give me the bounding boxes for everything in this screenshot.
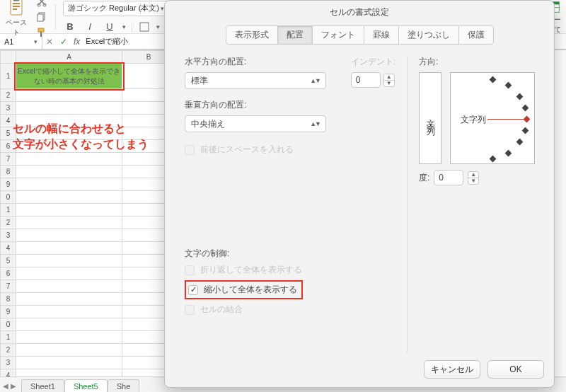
cell[interactable] <box>16 217 122 229</box>
row-header[interactable]: 7 <box>1 153 16 166</box>
row-header[interactable]: 4 <box>1 115 16 127</box>
font-name-select[interactable]: 游ゴシック Regular (本文) ▾ <box>63 1 169 16</box>
cell[interactable] <box>16 267 122 280</box>
h-align-select[interactable]: 標準 ▲▼ <box>185 72 326 89</box>
cell[interactable] <box>16 115 122 127</box>
copy-icon[interactable] <box>35 11 48 23</box>
cell[interactable] <box>16 344 122 357</box>
row-header[interactable]: 3 <box>1 357 16 369</box>
cell[interactable] <box>16 318 122 331</box>
degree-input[interactable]: 0 <box>434 170 463 185</box>
cell[interactable] <box>16 102 122 115</box>
row-header[interactable]: 6 <box>1 140 16 153</box>
grid[interactable]: A B 1 Excelで縮小して全体を表示できない時の基本の対処法 2 3 4 … <box>0 50 175 382</box>
cell[interactable] <box>16 127 122 140</box>
tab-fill[interactable]: 塗りつぶし <box>398 25 459 45</box>
chevron-down-icon[interactable]: ▾ <box>122 23 126 30</box>
svg-rect-3 <box>13 6 20 7</box>
border-icon[interactable] <box>138 21 151 33</box>
row-header[interactable]: 3 <box>1 229 16 242</box>
chevron-down-icon[interactable]: ▾ <box>156 23 160 30</box>
row-header[interactable]: 0 <box>1 318 16 331</box>
row-header[interactable]: 1 <box>1 204 16 217</box>
svg-rect-11 <box>140 23 149 31</box>
row-header[interactable]: 9 <box>1 306 16 318</box>
row-header[interactable]: 5 <box>1 255 16 267</box>
orientation-vertical-button[interactable]: 文字列 <box>419 72 441 164</box>
sheet-tab[interactable]: Sheet1 <box>21 379 64 392</box>
cell[interactable] <box>16 178 122 191</box>
indent-input[interactable]: 0 <box>351 72 381 88</box>
cancel-button[interactable]: キャンセル <box>424 360 480 379</box>
v-align-label: 垂直方向の配置: <box>185 99 395 111</box>
cell[interactable] <box>16 140 122 153</box>
row-header[interactable]: 8 <box>1 166 16 178</box>
row-header[interactable]: 1 <box>1 331 16 344</box>
shrink-checkbox[interactable] <box>188 285 198 295</box>
row-header[interactable]: 8 <box>1 293 16 306</box>
bold-button[interactable]: B <box>63 21 77 33</box>
wrap-checkbox[interactable] <box>185 265 195 275</box>
paste-button[interactable]: ペースト <box>4 0 28 38</box>
cell[interactable] <box>16 89 122 102</box>
sheet-tab[interactable]: She <box>108 379 140 392</box>
tab-alignment[interactable]: 配置 <box>277 25 313 45</box>
row-header[interactable]: 3 <box>1 102 16 115</box>
cell[interactable] <box>16 255 122 267</box>
svg-rect-0 <box>11 0 22 15</box>
row-header[interactable]: 4 <box>1 242 16 255</box>
row-header[interactable]: 7 <box>1 280 16 293</box>
row-header[interactable]: 9 <box>1 178 16 191</box>
degree-label: 度: <box>419 172 429 184</box>
indent-stepper[interactable]: ▲▼ <box>383 74 395 87</box>
v-align-select[interactable]: 中央揃え ▲▼ <box>185 115 326 132</box>
dialog-tabs: 表示形式 配置 フォント 罫線 塗りつぶし 保護 <box>165 25 554 45</box>
row-header[interactable]: 2 <box>1 89 16 102</box>
cell[interactable] <box>16 242 122 255</box>
cell[interactable] <box>16 306 122 318</box>
separator <box>55 4 56 30</box>
cell[interactable] <box>16 204 122 217</box>
cell[interactable] <box>16 153 122 166</box>
fx-label[interactable]: fx <box>71 37 83 47</box>
row-header[interactable]: 2 <box>1 217 16 229</box>
row-header[interactable]: 0 <box>1 191 16 204</box>
cell[interactable] <box>16 293 122 306</box>
tab-number-format[interactable]: 表示形式 <box>226 25 278 45</box>
ok-button[interactable]: OK <box>487 360 544 379</box>
tab-protection[interactable]: 保護 <box>458 25 494 45</box>
sheet-tab[interactable]: Sheet5 <box>64 379 108 392</box>
orientation-dial[interactable]: 文字列 <box>450 72 535 164</box>
cell[interactable] <box>16 191 122 204</box>
col-header[interactable]: A <box>16 51 122 64</box>
wrap-label: 折り返して全体を表示する <box>200 264 302 276</box>
cell[interactable] <box>16 280 122 293</box>
format-cells-dialog: セルの書式設定 表示形式 配置 フォント 罫線 塗りつぶし 保護 水平方向の配置… <box>164 0 555 388</box>
merge-checkbox[interactable] <box>185 305 195 315</box>
row-header[interactable]: 5 <box>1 127 16 140</box>
svg-rect-10 <box>40 32 42 37</box>
cell[interactable] <box>16 229 122 242</box>
tab-border[interactable]: 罫線 <box>364 25 399 45</box>
italic-button[interactable]: I <box>83 21 97 33</box>
v-align-value: 中央揃え <box>191 118 225 130</box>
cell[interactable] <box>16 166 122 178</box>
merge-label: セルの結合 <box>200 304 243 316</box>
select-all-corner[interactable] <box>1 51 16 64</box>
tab-font[interactable]: フォント <box>312 25 364 45</box>
cut-icon[interactable] <box>35 0 48 8</box>
confirm-edit-icon[interactable]: ✓ <box>57 37 71 47</box>
format-painter-icon[interactable] <box>35 26 48 39</box>
row-header[interactable]: 1 <box>1 64 16 89</box>
updown-icon: ▲▼ <box>310 120 320 127</box>
degree-stepper[interactable]: ▲▼ <box>468 171 479 185</box>
underline-button[interactable]: U <box>103 21 117 33</box>
orientation-label: 方向: <box>419 56 541 68</box>
cell[interactable] <box>16 331 122 344</box>
sheet-nav[interactable]: ◀ ▶ <box>3 382 16 390</box>
cell-a1[interactable]: Excelで縮小して全体を表示できない時の基本の対処法 <box>16 64 122 89</box>
svg-rect-1 <box>13 0 19 1</box>
row-header[interactable]: 6 <box>1 267 16 280</box>
row-header[interactable]: 2 <box>1 344 16 357</box>
cell[interactable] <box>16 357 122 369</box>
